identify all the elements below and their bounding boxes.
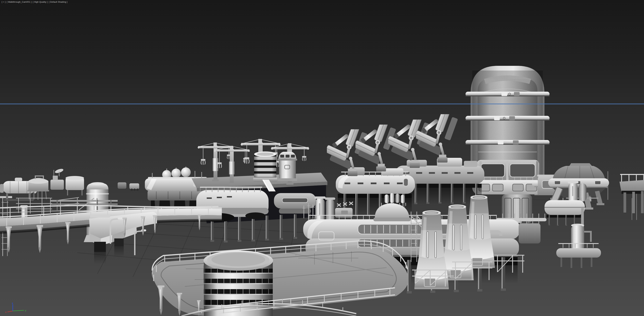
pad-control-tower[interactable] (204, 251, 273, 316)
axis-y-label: y (25, 309, 26, 312)
axis-x-label: x (5, 311, 7, 313)
slatted-silo[interactable] (253, 151, 277, 182)
viewport-menu-general[interactable]: [ + ] (2, 1, 6, 3)
tank-ring (466, 116, 550, 121)
landing-pad[interactable] (152, 241, 408, 316)
axis-z-label: z (12, 302, 13, 305)
axis-y-line (13, 310, 24, 311)
elevated-walkway[interactable] (0, 205, 222, 264)
viewport-menu-camera[interactable]: [ Walkthrough_Cam001 ] (7, 1, 32, 3)
viewport-menu-quality[interactable]: [ High Quality ] (33, 1, 48, 3)
scene-render (0, 0, 644, 316)
control-tower[interactable] (278, 144, 297, 181)
viewport-label: [ + ] [ Walkthrough_Cam001 ] [ High Qual… (2, 1, 68, 3)
tank-ring (466, 140, 550, 145)
camera-path-spline[interactable] (0, 104, 644, 104)
saucer-hangar[interactable] (537, 163, 609, 226)
axis-x-line (8, 311, 13, 312)
viewport-menu-shading[interactable]: [ Default Shading ] (49, 1, 68, 3)
world-axis-gizmo: x y z (4, 302, 30, 315)
tank-ring (466, 92, 550, 96)
3d-viewport: [ + ] [ Walkthrough_Cam001 ] [ High Qual… (0, 0, 644, 316)
dome-tank-unit[interactable] (28, 176, 49, 200)
satellite-array[interactable] (414, 108, 458, 163)
satellite-array[interactable] (354, 119, 396, 171)
